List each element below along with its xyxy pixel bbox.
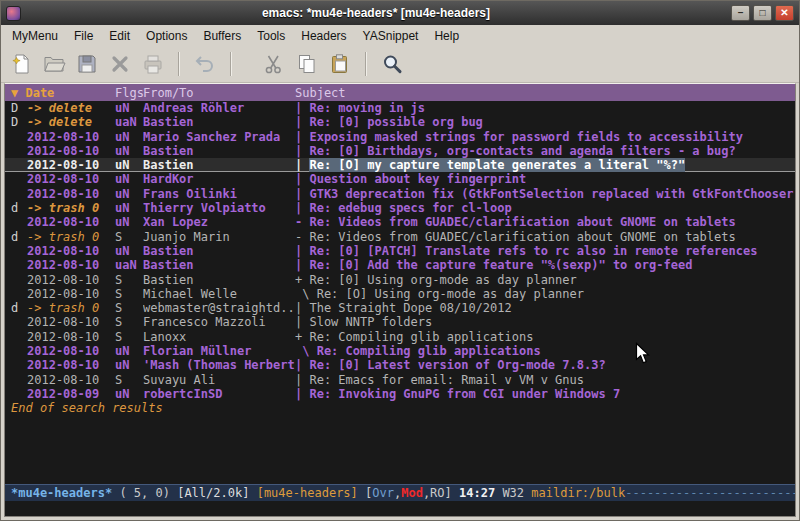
message-row[interactable]: d-> trash 0Swebmaster@straightd...| The … [5, 301, 795, 315]
undo-icon [193, 52, 217, 76]
kill-buffer-button[interactable] [105, 49, 135, 79]
message-row[interactable]: 2012-08-10uNBastien| Re: [O] my capture … [5, 158, 795, 172]
flags-cell: S [115, 373, 143, 387]
subject-cell: - Re: Videos from GUADEC/clarification a… [295, 215, 795, 229]
flags-cell: uN [115, 201, 143, 215]
save-button[interactable] [72, 49, 102, 79]
from-cell: Lanoxx [143, 330, 295, 344]
column-flags[interactable]: Flgs [115, 86, 143, 100]
modeline-segment: *mu4e-headers* [11, 486, 119, 500]
menu-item-file[interactable]: File [66, 27, 101, 45]
subject-cell: + Re: [0] Using org-mode as day planner [295, 273, 795, 287]
paste-icon [328, 52, 352, 76]
flags-cell: uN [115, 144, 143, 158]
copy-button[interactable] [292, 49, 322, 79]
modeline-segment: --------------------------------- [625, 486, 795, 500]
menu-item-headers[interactable]: Headers [293, 27, 354, 45]
end-of-results-text: End of search results [5, 401, 795, 415]
date-cell: 2012-08-10 [27, 358, 115, 372]
message-row[interactable]: 2012-08-10uNBastien| Re: [0] Birthdays, … [5, 144, 795, 158]
flags-cell: uN [115, 158, 143, 172]
menu-item-tools[interactable]: Tools [249, 27, 293, 45]
from-cell: Michael Welle [143, 287, 295, 301]
new-file-button[interactable] [6, 49, 36, 79]
column-date[interactable]: ▼ Date [11, 86, 115, 100]
message-row[interactable]: 2012-08-10uNFlorian Müllner \ Re: Compil… [5, 344, 795, 358]
from-cell: Juanjo Marin [143, 230, 295, 244]
copy-icon [295, 52, 319, 76]
mark-cell [11, 330, 27, 344]
message-row[interactable]: 2012-08-10SBastien+ Re: [0] Using org-mo… [5, 273, 795, 287]
print-button[interactable] [138, 49, 168, 79]
mark-cell [11, 387, 27, 401]
message-row[interactable]: 2012-08-09uNrobertcInSD| Re: Invoking Gn… [5, 387, 795, 401]
echo-area[interactable] [5, 501, 795, 516]
date-cell: -> trash 0 [27, 301, 115, 315]
message-row[interactable]: 2012-08-10SLanoxx+ Re: Compiling glib ap… [5, 330, 795, 344]
mark-cell [11, 144, 27, 158]
mark-cell [11, 130, 27, 144]
message-row[interactable]: d-> trash 0SJuanjo Marin- Re: Videos fro… [5, 230, 795, 244]
column-from[interactable]: From/To [143, 86, 295, 100]
subject-cell: | Re: Emacs for email: Rmail v VM v Gnus [295, 373, 795, 387]
message-row[interactable]: 2012-08-10uNFrans Oilinki| GTK3 deprecat… [5, 187, 795, 201]
toolbar-separator [230, 52, 232, 76]
search-button[interactable] [377, 49, 407, 79]
toolbar-separator [178, 52, 180, 76]
date-cell: 2012-08-09 [27, 387, 115, 401]
message-row[interactable]: 2012-08-10uaNBastien| Re: [0] Add the ca… [5, 258, 795, 272]
undo-button[interactable] [190, 49, 220, 79]
subject-cell: \ Re: Compiling glib applications [295, 344, 795, 358]
cut-button[interactable] [259, 49, 289, 79]
message-row[interactable]: 2012-08-10uNXan Lopez- Re: Videos from G… [5, 215, 795, 229]
paste-button[interactable] [325, 49, 355, 79]
flags-cell: uN [115, 172, 143, 186]
flags-cell: S [115, 273, 143, 287]
message-row[interactable]: 2012-08-10uNBastien| Re: [0] [PATCH] Tra… [5, 244, 795, 258]
subject-cell: - Re: Videos from GUADEC/clarification a… [295, 230, 795, 244]
message-row[interactable]: d-> trash 0uNThierry Volpiatto| Re: edeb… [5, 201, 795, 215]
title-bar[interactable]: emacs: *mu4e-headers* [mu4e-headers] – □… [1, 1, 799, 25]
date-cell: 2012-08-10 [27, 344, 115, 358]
message-row[interactable]: D-> deleteuaNBastien| Re: [0] possible o… [5, 115, 795, 129]
from-cell: Florian Müllner [143, 344, 295, 358]
date-cell: 2012-08-10 [27, 172, 115, 186]
menu-item-help[interactable]: Help [426, 27, 467, 45]
date-cell: 2012-08-10 [27, 244, 115, 258]
message-row[interactable]: 2012-08-10SSuvayu Ali| Re: Emacs for ema… [5, 373, 795, 387]
message-row[interactable]: 2012-08-10uNMario Sanchez Prada| Exposin… [5, 130, 795, 144]
close-button[interactable]: ✕ [775, 5, 794, 21]
headers-header-line: ▼ Date Flgs From/To Subject [5, 84, 795, 101]
flags-cell: S [115, 287, 143, 301]
flags-cell: uN [115, 187, 143, 201]
column-subject[interactable]: Subject [295, 86, 795, 100]
message-row[interactable]: 2012-08-10uNHardKor| Question about key … [5, 172, 795, 186]
subject-cell: + Re: Compiling glib applications [295, 330, 795, 344]
message-row[interactable]: 2012-08-10SMichael Welle \ Re: [O] Using… [5, 287, 795, 301]
menu-bar: MyMenuFileEditOptionsBuffersToolsHeaders… [1, 25, 799, 46]
menu-item-buffers[interactable]: Buffers [195, 27, 249, 45]
new-file-icon [9, 52, 33, 76]
menu-item-yasnippet[interactable]: YASnippet [355, 27, 427, 45]
minimize-button[interactable]: – [731, 5, 750, 21]
mode-line[interactable]: *mu4e-headers* ( 5, 0) [All/2.0k] [mu4e-… [5, 484, 795, 501]
close-x-icon [108, 52, 132, 76]
maximize-button[interactable]: □ [753, 5, 772, 21]
message-row[interactable]: 2012-08-10SFrancesco Mazzoli| Slow NNTP … [5, 315, 795, 329]
message-row[interactable]: 2012-08-10uN'Mash (Thomas Herbert)| Re: … [5, 358, 795, 372]
mark-cell: d [11, 301, 27, 315]
subject-cell: | Re: edebug specs for cl-loop [295, 201, 795, 215]
subject-cell: | Re: [0] possible org bug [295, 115, 795, 129]
menu-item-mymenu[interactable]: MyMenu [4, 27, 66, 45]
menu-item-options[interactable]: Options [138, 27, 195, 45]
subject-cell: | GTK3 deprecation fix (GtkFontSelection… [295, 187, 795, 201]
open-file-button[interactable] [39, 49, 69, 79]
message-row[interactable]: D-> deleteuNAndreas Röhler| Re: moving i… [5, 101, 795, 115]
mark-cell [11, 287, 27, 301]
flags-cell: uN [115, 358, 143, 372]
window-icon [6, 6, 21, 21]
mark-cell [11, 373, 27, 387]
from-cell: Bastien [143, 273, 295, 287]
mark-cell [11, 215, 27, 229]
menu-item-edit[interactable]: Edit [101, 27, 138, 45]
